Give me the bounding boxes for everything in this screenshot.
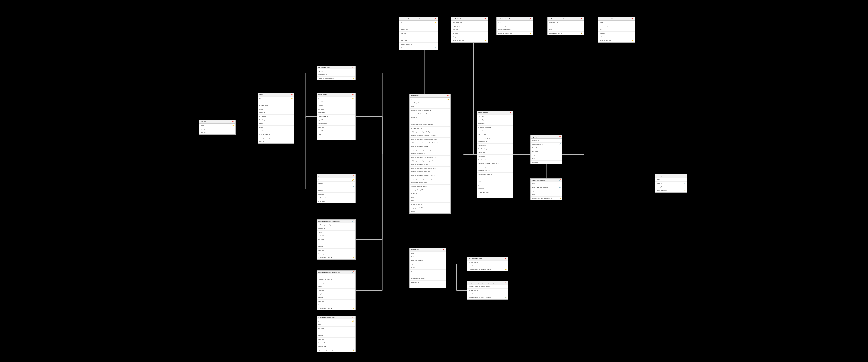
table-row: visible — [410, 210, 450, 213]
column-name: workstream_id — [549, 21, 558, 24]
table-row: id🔑 — [258, 96, 294, 100]
table-row: shift_id — [317, 334, 355, 337]
column-name: timeoff_account_id — [401, 43, 412, 46]
column-name: color — [318, 324, 321, 326]
column-name: type — [478, 195, 480, 197]
column-name: conditions_tansend?_account_id — [411, 109, 431, 112]
column-name: key — [532, 190, 534, 192]
table-row: filter_team_id — [477, 158, 513, 161]
column-name: is_deleted — [259, 115, 266, 118]
table-row: exclude_inference_rotation_conflicts — [410, 123, 450, 126]
table-row: modes — [399, 35, 438, 39]
table-row: is_active — [452, 31, 488, 35]
column-name: linkable_type — [318, 253, 326, 255]
column-name: [permitted_team_id_without_scoping, …] — [469, 296, 493, 299]
column-name: detailed — [532, 147, 537, 149]
table-title: contact_method_key — [498, 18, 512, 20]
pk-icon: 🔑 — [352, 320, 354, 323]
table-row: user_id — [258, 140, 294, 144]
table-row: index — [531, 182, 562, 185]
table-header: report_data📌 — [531, 135, 562, 139]
edge — [418, 50, 430, 94]
edge — [451, 154, 476, 154]
table-header: workstream_condition_key📌 — [598, 17, 634, 21]
column-name: published_schedule_id — [318, 278, 332, 281]
column-name: filter_tansof?_region_id — [478, 173, 492, 176]
column-name: lock_reference — [318, 122, 327, 125]
column-name: start_time — [453, 36, 459, 38]
pin-icon: 📌 — [232, 121, 234, 123]
table-row: is_paid — [317, 118, 355, 122]
column-name: report_id — [478, 115, 484, 118]
table-row: end_time — [452, 28, 488, 31]
table-row: name — [410, 195, 450, 199]
column-name: visible — [411, 210, 415, 213]
table-contact_method_key: contact_method_key📌indexworkstream_idcon… — [496, 17, 533, 35]
table-row: general_task_id — [467, 289, 508, 292]
column-name: index — [532, 183, 535, 185]
table-row: id — [317, 274, 355, 278]
table-row: filter_status — [477, 154, 513, 158]
column-name: linkable_type — [318, 304, 326, 306]
column-name: agent_id — [318, 101, 323, 103]
column-name: full_time_equivalent_max_occupancy_rate — [411, 156, 436, 159]
table-header: published_schedule_general_task📌 — [317, 271, 355, 274]
table-header: agent_activity📌 — [317, 93, 355, 96]
column-name: index — [600, 21, 603, 24]
column-name: is_paid — [318, 119, 322, 121]
table-header: report_template📌 — [477, 111, 513, 115]
column-name: created_by — [478, 122, 485, 125]
column-name: duration — [318, 104, 323, 107]
column-name: deleted_at — [411, 116, 417, 119]
column-name: name — [478, 180, 482, 183]
table-report_data_metrics: report_data_metrics📌indexreport_data_che… — [530, 178, 562, 200]
table-row: is_deleted — [410, 262, 446, 266]
table-row: filter_activity_type_id — [477, 136, 513, 140]
table-row: timeoff_account_id — [477, 190, 513, 194]
table-row: clockname — [258, 100, 294, 103]
column-name: end_time — [318, 293, 324, 295]
table-row: linkable_type — [317, 252, 355, 256]
table-row: deleted_at — [410, 116, 450, 119]
lock-icon: 🔒 — [352, 77, 354, 80]
column-name: timeoff_account_id — [478, 191, 489, 194]
table-row: agent_id🔗 — [317, 181, 355, 185]
column-name: filter_activity_type_id — [478, 137, 491, 139]
column-name: location_id — [259, 119, 266, 121]
table-row: fk_published_schedule_id🔒 — [317, 256, 355, 259]
lock-icon: 🔒 — [352, 349, 354, 351]
table-title: report_template — [478, 112, 488, 113]
edge — [451, 30, 451, 154]
table-row: start_time — [399, 39, 438, 42]
table-row: full_time_equivalent_target_service_leve… — [410, 166, 450, 170]
table-task_permitted_team_without_scoping: task_permitted_team_without_scoping📌perm… — [467, 281, 508, 300]
table-row: [index, report_id]🔒 — [655, 189, 687, 192]
fk-icon: 🔗 — [352, 182, 354, 185]
table-row: index — [655, 178, 687, 181]
column-name: agent_id — [318, 182, 323, 185]
column-name: full_time_equivalent_availability_timezo… — [411, 134, 436, 137]
edge — [355, 117, 409, 154]
column-name: contact_group_id — [259, 104, 270, 107]
table-row: published_schedule_id — [317, 278, 355, 281]
column-name: start_time — [318, 338, 324, 340]
table-row: name — [317, 285, 355, 289]
table-title: published_schedule_task — [318, 317, 335, 318]
column-name: team_id — [657, 186, 661, 188]
table-row: [index, workstream_id]🔒 — [497, 31, 533, 35]
edge — [355, 73, 409, 154]
table-row: day_of_the_week — [452, 24, 488, 28]
table-row: start_time — [317, 299, 355, 303]
table-row: [index, report_data_checksum_id]🔒 — [531, 197, 562, 200]
table-row: full_time_equivalent_shrinkage — [410, 163, 450, 166]
table-row: [index, workstream_id]🔒 — [548, 31, 584, 35]
table-row: time_off — [199, 131, 236, 134]
table-published_schedule_task: published_schedule_task📌id🔑colorend_time… — [317, 315, 355, 352]
fk-icon: 🔗 — [352, 186, 354, 188]
edge — [294, 118, 317, 189]
table-header: inbound_volume_adjustment📌 — [399, 17, 438, 21]
column-name: shift_id — [318, 296, 322, 299]
table-title: availability_hour — [453, 18, 463, 20]
table-row: [agent_id, workstream_id]🔒 — [317, 77, 355, 80]
table-row: agent_id🔑 — [199, 124, 236, 127]
